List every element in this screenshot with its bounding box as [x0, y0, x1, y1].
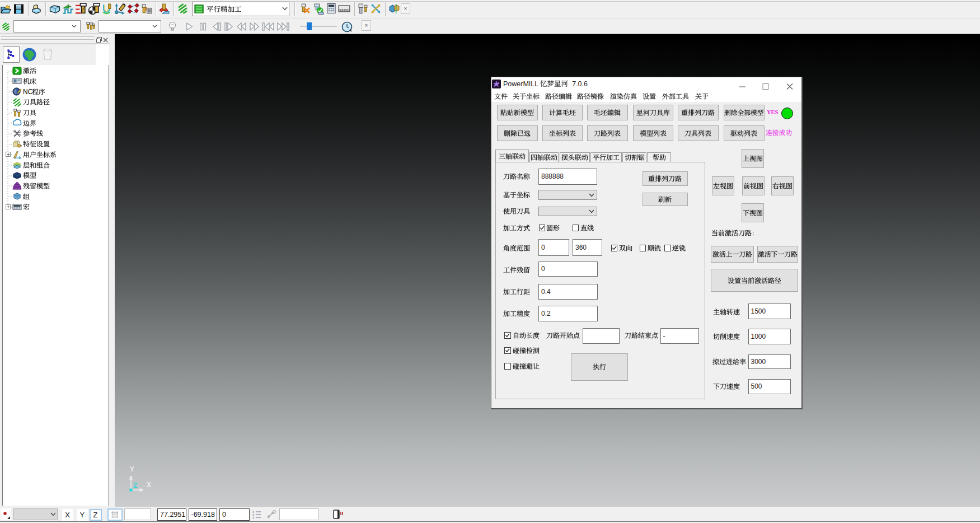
svg-text:Z: Z	[133, 482, 137, 489]
svg-text:z: z	[252, 516, 255, 519]
svg-text:Y: Y	[130, 465, 134, 473]
svg-text:X: X	[147, 481, 151, 489]
